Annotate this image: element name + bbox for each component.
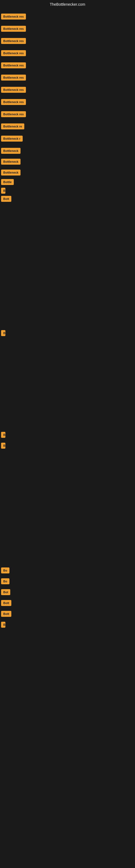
bottleneck-button[interactable]: B — [1, 443, 5, 448]
list-item: Bott — [1, 196, 11, 203]
bottleneck-button[interactable]: Bottleneck res — [1, 38, 26, 44]
bottleneck-button[interactable]: Bott — [1, 611, 11, 617]
site-title: TheBottlenecker.com — [50, 2, 85, 6]
bottleneck-button[interactable]: Bott — [1, 600, 11, 606]
bottleneck-button[interactable]: Bottleneck res — [1, 26, 26, 32]
list-item: Bottleneck re — [1, 123, 24, 130]
list-item: B — [1, 330, 5, 337]
bottleneck-button[interactable]: Bot — [1, 589, 10, 595]
list-item: Bottleneck res — [1, 62, 26, 69]
bottleneck-button[interactable]: Bottleneck res — [1, 13, 26, 20]
bottleneck-button[interactable]: Bottleneck res — [1, 74, 26, 81]
bottleneck-button[interactable]: Bottleneck — [1, 169, 20, 176]
list-item: Bottleneck res — [1, 13, 26, 21]
bottleneck-button[interactable]: Bottle — [1, 179, 14, 185]
list-item: Bottleneck res — [1, 99, 26, 106]
list-item: Bottleneck — [1, 159, 20, 166]
list-item: B — [1, 443, 5, 450]
bottleneck-button[interactable]: Bo — [1, 578, 9, 584]
list-item: Bottleneck res — [1, 87, 26, 94]
bottleneck-button[interactable]: Bottleneck res — [1, 99, 26, 105]
bottleneck-button[interactable]: Bottleneck res — [1, 50, 26, 56]
list-item: Bott — [1, 600, 11, 607]
bottleneck-button[interactable]: B — [1, 330, 5, 336]
list-item: B — [1, 188, 5, 195]
bottleneck-button[interactable]: B — [1, 622, 5, 628]
bottleneck-button[interactable]: Bo — [1, 567, 9, 574]
bottleneck-button[interactable]: Bottleneck — [1, 148, 20, 154]
list-item: B — [1, 622, 5, 629]
bottleneck-button[interactable]: Bottleneck res — [1, 111, 26, 117]
list-item: Bottle — [1, 179, 14, 186]
bottleneck-button[interactable]: Bottleneck re — [1, 123, 24, 129]
list-item: Bottleneck res — [1, 38, 26, 45]
bottleneck-button[interactable]: B — [1, 188, 5, 194]
site-header: TheBottlenecker.com — [0, 0, 135, 9]
list-item: Bo — [1, 567, 9, 575]
list-item: Bot — [1, 589, 10, 596]
list-item: Bottleneck res — [1, 50, 26, 57]
bottleneck-button[interactable]: Bott — [1, 196, 11, 202]
bottleneck-button[interactable]: Bottleneck — [1, 159, 20, 165]
bottleneck-button[interactable]: B — [1, 432, 5, 438]
bottleneck-button[interactable]: Bottleneck res — [1, 62, 26, 68]
list-item: Bott — [1, 611, 11, 618]
list-item: Bottleneck res — [1, 26, 26, 33]
list-item: Bottleneck — [1, 148, 20, 155]
list-item: Bo — [1, 578, 9, 585]
bottleneck-button[interactable]: Bottleneck res — [1, 87, 26, 93]
list-item: Bottleneck r — [1, 135, 23, 143]
list-item: Bottleneck — [1, 169, 20, 177]
list-item: B — [1, 432, 5, 439]
items-list: Bottleneck resBottleneck resBottleneck r… — [0, 9, 135, 868]
list-item: Bottleneck res — [1, 111, 26, 118]
bottleneck-button[interactable]: Bottleneck r — [1, 135, 23, 142]
list-item: Bottleneck res — [1, 74, 26, 82]
